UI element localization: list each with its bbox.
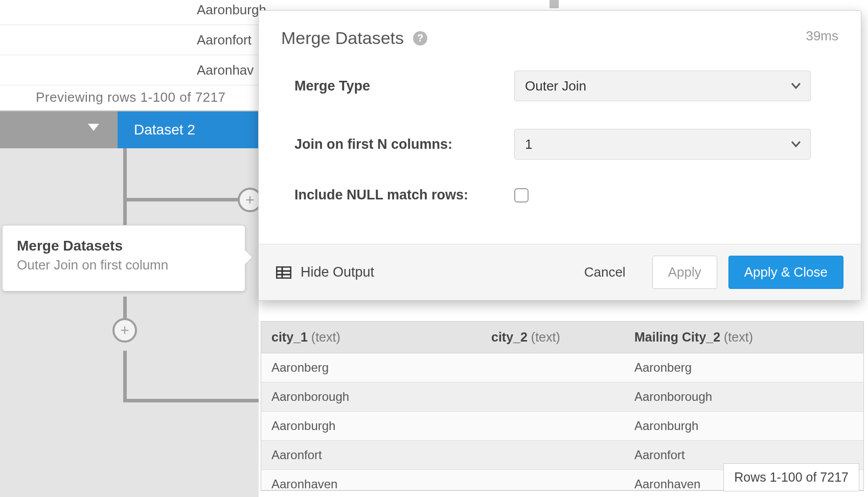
pipe [123,351,127,399]
node-subtitle: Outer Join on first column [17,257,231,273]
help-icon[interactable]: ? [413,31,427,46]
row-join-n: Join on first N columns: 1 [294,129,838,160]
hide-output-label: Hide Output [301,264,374,280]
output-preview-table: city_1 (text) city_2 (text) Mailing City… [261,321,864,491]
execution-time: 39ms [806,28,838,44]
dataset-tabs: Dataset 2 [0,111,259,148]
chevron-down-icon [791,141,801,148]
dialog-body: Merge Type Outer Join Join on first N co… [259,53,861,244]
output-header-row: city_1 (text) city_2 (text) Mailing City… [261,322,863,353]
add-step-button[interactable]: + [112,318,137,343]
column-header[interactable]: city_2 (text) [481,322,624,353]
svg-rect-1 [277,267,291,278]
preview-status-bar: Previewing rows 1-100 of 7217 [0,0,261,111]
label-join-n: Join on first N columns: [294,137,514,152]
dialog-title: Merge Datasets ? [281,28,427,48]
table-icon [276,266,291,279]
caret-down-icon [88,124,99,133]
table-row[interactable]: AaronbergAaronberg [261,353,863,382]
plus-icon: + [245,191,255,209]
table-row[interactable]: AaronburghAaronburgh [261,412,863,441]
row-merge-type: Merge Type Outer Join [294,71,838,101]
rows-count-badge: Rows 1-100 of 7217 [723,463,859,491]
select-merge-type[interactable]: Outer Join [514,71,811,101]
tab-dataset-2[interactable]: Dataset 2 [118,111,259,148]
label-merge-type: Merge Type [294,78,514,94]
chevron-down-icon [791,82,801,89]
cancel-button[interactable]: Cancel [569,256,641,288]
label-include-null: Include NULL match rows: [294,187,514,203]
select-value: 1 [525,137,532,152]
table-row[interactable]: AaronboroughAaronborough [261,382,863,412]
apply-button[interactable]: Apply [652,256,717,289]
scrollbar-thumb[interactable] [550,0,559,8]
checkbox-include-null[interactable] [514,188,529,202]
merge-datasets-dialog: Merge Datasets ? 39ms Merge Type Outer J… [258,10,861,301]
dialog-header: Merge Datasets ? 39ms [259,11,861,53]
svg-marker-0 [88,124,99,131]
flow-canvas[interactable]: + Merge Datasets Outer Join on first col… [0,148,259,497]
pipe [123,148,127,233]
column-header[interactable]: Mailing City_2 (text) [624,322,863,353]
dialog-footer: Hide Output Cancel Apply Apply & Close [259,244,861,300]
plus-icon: + [120,322,129,339]
node-title: Merge Datasets [17,238,231,254]
apply-close-button[interactable]: Apply & Close [728,256,843,289]
preview-status-text: Previewing rows 1-100 of 7217 [36,89,225,105]
dialog-title-text: Merge Datasets [281,28,404,48]
pipe [123,399,259,402]
row-include-null: Include NULL match rows: [294,187,838,203]
add-step-button[interactable]: + [238,188,259,212]
select-value: Outer Join [525,78,586,94]
hide-output-toggle[interactable]: Hide Output [276,264,374,280]
select-join-n[interactable]: 1 [514,129,811,160]
node-merge-datasets[interactable]: Merge Datasets Outer Join on first colum… [2,225,245,291]
tab-collapsed[interactable] [0,111,118,148]
column-header[interactable]: city_1 (text) [261,322,481,353]
